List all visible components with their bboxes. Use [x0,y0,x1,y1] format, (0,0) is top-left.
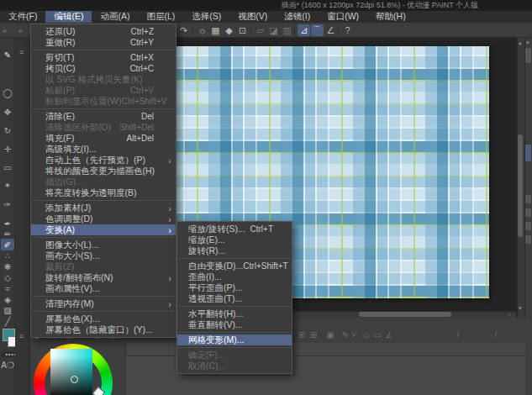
menu-file[interactable]: 文件(F) [0,11,45,23]
tone-icon[interactable]: ▦ [209,24,222,36]
menu-filter[interactable]: 滤镜(I) [276,11,319,23]
dissolve-icon[interactable]: ☼ [196,24,208,36]
submenu-item-flip-vertical[interactable]: 垂直翻转(V)... [177,319,292,330]
menu-view[interactable]: 视图(V) [229,11,276,23]
tool-figure-line[interactable]: ╱ [1,315,14,327]
subtool-burger-icon[interactable]: ≡ [19,48,24,56]
timeline-shape1-icon[interactable]: ◇ [360,329,371,340]
tool-eyedropper[interactable]: ✑ [1,198,14,210]
tool-text[interactable]: A [1,359,7,371]
timeline-caret-icon[interactable]: ˅ [348,329,360,340]
menu-item-screen-color-pick-hidden[interactable]: 屏幕拾色（隐藏窗口）(Y)... [31,324,176,335]
fill-icon[interactable]: ◆ [223,24,235,36]
menu-item-advanced-fill[interactable]: 高级填充(I)... [31,144,176,155]
tool-move[interactable]: ✛ [1,143,14,155]
menu-separator [178,258,291,259]
menu-window[interactable]: 窗口(W) [319,11,367,23]
right-panel-chevron-icon[interactable]: ▾ [526,40,529,45]
help-icon[interactable]: ? [341,24,354,36]
snap-curve-icon[interactable]: ⌒ [311,24,324,36]
menu-select[interactable]: 选择(S) [183,11,229,23]
timeline-shape3-icon[interactable]: ∠ [383,329,395,340]
submenu-item-rotate[interactable]: 旋转(R)... [177,245,292,256]
menu-item-outline: 描边(G)... [31,176,176,187]
timeline-shape2-icon[interactable]: ▭ [371,329,383,340]
menu-item-copy[interactable]: 拷贝(C)Ctrl+C [31,63,176,74]
tool-pencil[interactable]: ✏ [1,228,14,240]
menu-item-image-size[interactable]: 图像大小(L)... [31,240,176,250]
menu-animation[interactable]: 动画(A) [92,11,138,23]
menu-edit[interactable]: 编辑(E) [45,11,92,23]
tool-balloon[interactable]: ❍ [7,359,14,371]
timeline-stack-icon[interactable]: ▣ [324,329,336,340]
right-panel-item[interactable] [525,195,531,203]
right-panel-item[interactable] [525,235,531,244]
tool-rotate-view[interactable]: ↻ [1,124,14,136]
wheel-burger-icon[interactable]: ≡ [19,332,24,340]
menu-item-tonal-correction[interactable]: 色调调整(D)› [31,213,176,224]
tool-gradient[interactable]: ▨ [1,304,14,316]
snap-angle-icon[interactable]: ∠ [324,24,337,36]
collapse-left-icon[interactable]: « [3,27,7,35]
submenu-item-skew[interactable]: 平行歪曲(P)... [177,282,292,293]
menu-item-undo[interactable]: 还原(U)Ctrl+Z [31,26,176,37]
submenu-item-mesh-transform[interactable]: 网格变形(M)... [177,334,292,345]
right-panel-item[interactable] [525,222,531,230]
redo-icon[interactable]: ↷ [177,24,190,36]
right-panel-item[interactable] [525,208,531,217]
collapse-left2-icon[interactable]: « [18,27,23,35]
tool-blend[interactable]: ≈ [1,282,14,294]
menu-bar: 文件(F) 编辑(E) 动画(A) 图层(L) 选择(S) 视图(V) 滤镜(I… [0,11,532,23]
tool-hand[interactable]: ✥ [1,106,14,118]
menu-item-fill[interactable]: 填充(F)Alt+Del [31,133,176,144]
menu-item-line-to-drawing-color[interactable]: 将线的颜色变更为描画色(H) [31,166,176,176]
tool-decoration[interactable]: ❋ [1,261,14,272]
submenu-item-scale[interactable]: 缩放(E)... [177,234,292,245]
scroll-down-icon[interactable]: ▾ [519,305,522,311]
timeline-frame2-icon[interactable]: ⊞ [308,329,319,340]
submenu-item-flip-horizontal[interactable]: 水平翻转(H)... [177,308,292,319]
tool-brush[interactable]: ✐ [1,239,14,250]
tool-zoom[interactable]: ◯ [1,87,14,98]
right-panel-button[interactable] [525,48,531,63]
scroll-up-icon[interactable]: ▴ [519,40,522,45]
menu-item-rotate-flip-canvas[interactable]: 旋转/翻转画布(N)› [31,272,176,283]
chevron-right-icon: › [168,298,171,309]
snap-ruler-icon[interactable]: ⊿ [298,24,310,36]
menu-item-brightness-to-opacity[interactable]: 将亮度转换为透明度(B) [31,187,176,198]
submenu-item-distort[interactable]: 歪曲(I)... [177,271,292,282]
tool-fill[interactable]: ◈ [1,293,14,305]
menu-item-transform[interactable]: 变换(A)› [31,224,176,235]
menu-item-clear-outside: 清除选区外部(O)Shift+Del [31,122,176,133]
menu-item-screen-color-pick[interactable]: 屏幕拾色(X)... [31,313,176,324]
menu-item-register-material[interactable]: 添加素材(J)› [31,203,176,213]
right-panel-selected-item[interactable] [525,145,531,161]
tool-eraser[interactable]: ◇ [1,271,14,283]
submenu-item-perspective[interactable]: 透视歪曲(T)... [177,293,292,304]
sv-picker-indicator[interactable] [71,376,78,383]
menu-item-clear[interactable]: 清除(E)Del [31,111,176,122]
menu-item-cut[interactable]: 剪切(T)Ctrl+X [31,52,176,63]
menu-item-clear-memory[interactable]: 清理内存(M)› [31,298,176,309]
chevron-right-icon: › [168,224,171,235]
menu-item-canvas-properties[interactable]: 画布属性(V)... [31,283,176,294]
menu-item-trim: 裁剪(Z) [31,261,176,272]
timeline-frame1-icon[interactable]: ⊞ [296,329,308,340]
tool-airbrush[interactable]: ∴ [1,250,14,261]
tool-magic-wand[interactable]: ✴ [1,179,14,191]
menu-help[interactable]: 帮助(H) [367,11,414,23]
menu-item-canvas-size[interactable]: 画布大小(S)... [31,250,176,261]
menu-layer[interactable]: 图层(L) [138,11,183,23]
submenu-item-free-transform[interactable]: 自由变换(D)...Ctrl+Shift+T [177,261,292,271]
saturation-value-square[interactable] [50,349,92,395]
chevron-right-icon: › [168,213,171,224]
menu-item-auto-color[interactable]: 自动上色（先行预览）(P)› [31,155,176,166]
menu-item-redo[interactable]: 重做(R)Ctrl+Y [31,37,176,48]
scroll-right-icon[interactable]: › [508,312,510,318]
horizontal-scrollbar-thumb[interactable] [359,312,451,317]
vertical-scrollbar-thumb[interactable] [518,134,523,237]
menu-item-copy-svg: 以 SVG 格式拷贝矢量(K) [31,74,176,85]
transform-icon[interactable]: ⊡ [236,24,249,36]
submenu-item-scale-rotate[interactable]: 缩放/旋转(S)...Ctrl+T [177,224,292,234]
tool-marquee[interactable]: ▭ [1,161,14,173]
